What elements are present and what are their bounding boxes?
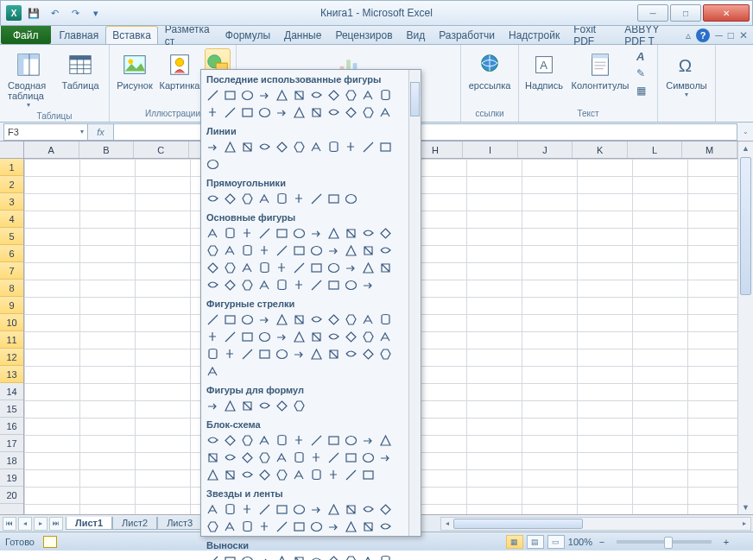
name-box[interactable]: F3 (3, 123, 88, 141)
sheet-tab-3[interactable]: Лист3 (157, 517, 202, 530)
shape-item[interactable] (377, 139, 394, 155)
shape-item[interactable] (360, 242, 376, 259)
shape-item[interactable] (256, 311, 273, 328)
ribbon-minimize-icon[interactable]: ▵ (686, 29, 691, 41)
shape-item[interactable] (343, 260, 359, 276)
shape-item[interactable] (256, 432, 273, 449)
shape-item[interactable] (239, 450, 256, 466)
shape-item[interactable] (239, 225, 256, 242)
view-normal-button[interactable]: ▦ (506, 535, 523, 549)
shape-item[interactable] (291, 553, 307, 560)
shape-item[interactable] (308, 277, 325, 293)
shape-item[interactable] (239, 87, 256, 104)
shape-item[interactable] (222, 398, 238, 414)
shape-item[interactable] (274, 260, 290, 276)
shape-item[interactable] (326, 87, 342, 104)
shape-item[interactable] (343, 467, 359, 483)
shape-item[interactable] (360, 553, 376, 560)
shape-item[interactable] (256, 260, 273, 276)
shape-item[interactable] (256, 87, 273, 104)
shape-item[interactable] (222, 277, 238, 293)
shape-item[interactable] (377, 104, 394, 121)
shape-item[interactable] (308, 501, 325, 518)
macro-record-icon[interactable] (43, 536, 57, 548)
shape-item[interactable] (274, 311, 290, 328)
shape-item[interactable] (291, 139, 307, 155)
shape-item[interactable] (291, 225, 307, 242)
shape-item[interactable] (239, 104, 256, 121)
shape-item[interactable] (256, 467, 273, 483)
shape-item[interactable] (239, 432, 256, 449)
shape-item[interactable] (256, 104, 273, 121)
shape-item[interactable] (360, 346, 376, 362)
shape-item[interactable] (308, 553, 325, 560)
shape-item[interactable] (291, 398, 307, 414)
shape-item[interactable] (274, 139, 290, 155)
shape-item[interactable] (256, 553, 273, 560)
symbol-button[interactable]: Ω Символы (663, 48, 710, 101)
zoom-in-button[interactable]: + (720, 537, 732, 547)
shape-item[interactable] (360, 225, 376, 242)
shape-item[interactable] (239, 346, 256, 362)
shape-item[interactable] (360, 277, 376, 293)
shape-item[interactable] (256, 242, 273, 259)
shape-item[interactable] (205, 260, 221, 276)
shape-item[interactable] (308, 242, 325, 259)
shape-item[interactable] (222, 242, 238, 259)
shape-item[interactable] (343, 501, 359, 518)
shape-item[interactable] (205, 519, 221, 535)
shape-item[interactable] (308, 139, 325, 155)
shape-item[interactable] (291, 346, 307, 362)
col-header-C[interactable]: C (134, 142, 189, 158)
tab-home[interactable]: Главная (53, 26, 106, 44)
shape-item[interactable] (360, 260, 376, 276)
row-header-15[interactable]: 15 (0, 400, 23, 418)
sheet-nav-next[interactable]: ▸ (34, 517, 47, 531)
scroll-up-icon[interactable]: ▲ (738, 142, 753, 155)
shape-item[interactable] (291, 432, 307, 449)
col-header-A[interactable]: A (24, 142, 79, 158)
shape-item[interactable] (308, 260, 325, 276)
shape-item[interactable] (274, 450, 290, 466)
shape-item[interactable] (326, 346, 342, 362)
shape-item[interactable] (326, 260, 342, 276)
mdi-restore-icon[interactable]: □ (728, 29, 734, 41)
row-header-16[interactable]: 16 (0, 418, 23, 435)
shape-item[interactable] (308, 467, 325, 483)
shape-item[interactable] (308, 329, 325, 345)
shape-item[interactable] (205, 467, 221, 483)
sheet-nav-last[interactable]: ⏭ (49, 517, 63, 531)
col-header-L[interactable]: L (628, 142, 683, 158)
shape-item[interactable] (326, 432, 342, 449)
row-header-17[interactable]: 17 (0, 435, 23, 452)
shape-item[interactable] (343, 329, 359, 345)
shape-item[interactable] (360, 87, 376, 104)
shape-item[interactable] (308, 432, 325, 449)
row-header-8[interactable]: 8 (0, 280, 23, 297)
shape-item[interactable] (360, 450, 376, 466)
shape-item[interactable] (239, 398, 256, 414)
row-header-18[interactable]: 18 (0, 452, 23, 469)
shape-item[interactable] (308, 311, 325, 328)
tab-view[interactable]: Вид (400, 26, 433, 44)
shape-item[interactable] (377, 260, 394, 276)
shape-item[interactable] (222, 519, 238, 535)
formula-expand-icon[interactable]: ⌄ (737, 128, 753, 135)
shape-item[interactable] (205, 139, 221, 155)
qat-save-button[interactable]: 💾 (25, 4, 42, 22)
shape-item[interactable] (308, 519, 325, 535)
shape-item[interactable] (308, 87, 325, 104)
shape-item[interactable] (343, 553, 359, 560)
shape-item[interactable] (291, 467, 307, 483)
shape-item[interactable] (291, 87, 307, 104)
tab-insert[interactable]: Вставка (105, 26, 158, 44)
zoom-level[interactable]: 100% (568, 537, 592, 547)
shape-item[interactable] (377, 87, 394, 104)
shape-item[interactable] (239, 277, 256, 293)
row-header-7[interactable]: 7 (0, 262, 23, 280)
fx-button[interactable]: fx (88, 123, 114, 141)
textbox-button[interactable]: A Надпись (524, 48, 564, 93)
shape-item[interactable] (343, 191, 359, 207)
tab-abbyy[interactable]: ABBYY PDF T (617, 26, 686, 44)
shape-item[interactable] (205, 277, 221, 293)
